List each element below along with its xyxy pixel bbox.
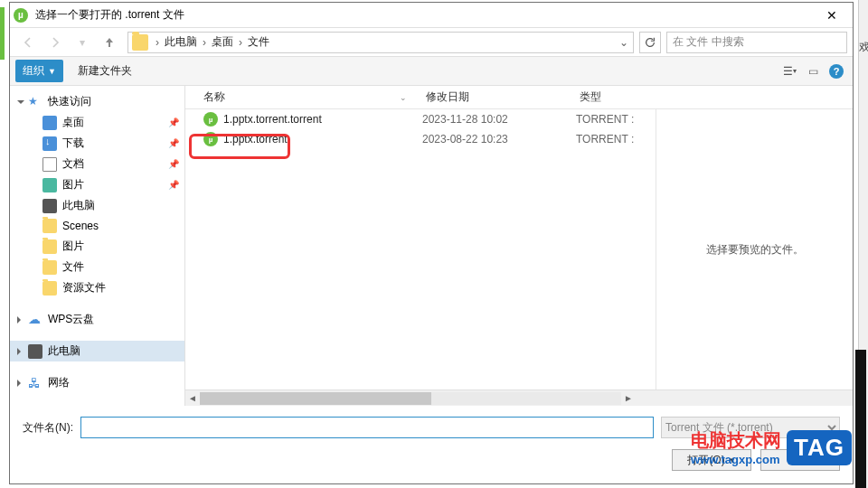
scroll-thumb[interactable]: [200, 392, 431, 405]
breadcrumb-sep: ›: [235, 36, 246, 49]
sidebar-this-pc[interactable]: 此电脑: [10, 341, 184, 361]
file-open-dialog: µ 选择一个要打开的 .torrent 文件 ✕ ▾ › 此电脑 › 桌面 › …: [9, 2, 854, 484]
preview-pane-button[interactable]: ▭: [802, 61, 824, 82]
file-date: 2023-08-22 10:23: [422, 133, 576, 145]
sidebar: ★快速访问 桌面📌 下载📌 文档📌 图片📌 此电脑 Scenes 图片 文件 资…: [10, 86, 185, 406]
recent-dropdown[interactable]: ▾: [70, 32, 95, 53]
app-edge-accent: [0, 7, 5, 60]
file-row[interactable]: µ 1.pptx.torrent 2023-08-22 10:23 TORREN…: [185, 129, 656, 149]
view-controls: ☰▾ ▭ ?: [778, 61, 847, 82]
star-icon: ★: [28, 95, 42, 109]
breadcrumb-sep: ›: [199, 36, 210, 49]
cloud-icon: ☁: [28, 313, 42, 327]
scroll-track[interactable]: [200, 392, 621, 405]
organize-button[interactable]: 组织▼: [15, 60, 63, 82]
desktop-icon: [42, 116, 57, 130]
watermark-badge: TAG: [787, 430, 852, 465]
file-row[interactable]: µ 1.pptx.torrent.torrent 2023-11-28 10:0…: [185, 109, 656, 129]
chevron-down-icon: ▼: [48, 67, 56, 76]
breadcrumb-root[interactable]: 此电脑: [163, 34, 199, 50]
breadcrumb-sep: ›: [152, 36, 163, 49]
sidebar-network[interactable]: 🖧网络: [10, 372, 184, 393]
sidebar-item-thispc-quick[interactable]: 此电脑: [10, 195, 184, 216]
file-name: 1.pptx.torrent: [223, 133, 422, 145]
sort-indicator: ⌄: [400, 93, 407, 102]
close-button[interactable]: ✕: [815, 3, 849, 27]
view-icons-button[interactable]: ☰▾: [778, 61, 800, 82]
sidebar-quick-access[interactable]: ★快速访问: [10, 91, 184, 112]
breadcrumb-leaf[interactable]: 文件: [246, 34, 271, 50]
preview-pane: 选择要预览的文件。: [656, 109, 853, 389]
torrent-file-icon: µ: [203, 112, 218, 127]
address-bar[interactable]: › 此电脑 › 桌面 › 文件 ⌄: [127, 32, 634, 53]
network-icon: 🖧: [28, 376, 42, 390]
sidebar-wps-cloud[interactable]: ☁WPS云盘: [10, 309, 184, 330]
forward-button[interactable]: [42, 32, 68, 53]
search-placeholder: 在 文件 中搜索: [673, 34, 744, 50]
folder-icon: [42, 239, 57, 254]
picture-icon: [42, 178, 57, 192]
file-date: 2023-11-28 10:02: [422, 113, 576, 126]
horizontal-scrollbar[interactable]: ◄ ►: [185, 389, 853, 406]
folder-icon: [42, 260, 57, 275]
filename-label: 文件名(N):: [23, 420, 73, 436]
refresh-button[interactable]: [639, 32, 661, 53]
preview-empty-text: 选择要预览的文件。: [706, 242, 804, 258]
column-date[interactable]: 修改日期: [417, 86, 571, 108]
file-type: TORRENT :: [576, 133, 634, 145]
sidebar-item-downloads[interactable]: 下载📌: [10, 133, 184, 154]
sidebar-item-desktop[interactable]: 桌面📌: [10, 112, 184, 133]
help-button[interactable]: ?: [826, 61, 847, 82]
sidebar-item-pictures2[interactable]: 图片: [10, 236, 184, 257]
file-rows: µ 1.pptx.torrent.torrent 2023-11-28 10:0…: [185, 109, 656, 389]
navbar: ▾ › 此电脑 › 桌面 › 文件 ⌄ 在 文件 中搜索: [10, 28, 853, 57]
file-name: 1.pptx.torrent.torrent: [223, 113, 422, 126]
watermark: 电脑技术网 www.tagxp.com TAG: [691, 428, 852, 466]
window-title: 选择一个要打开的 .torrent 文件: [35, 7, 815, 23]
torrent-file-icon: µ: [203, 132, 218, 146]
sidebar-item-pictures[interactable]: 图片📌: [10, 174, 184, 195]
folder-icon: [132, 34, 148, 51]
scroll-right-icon[interactable]: ►: [621, 393, 636, 403]
sidebar-item-documents[interactable]: 文档📌: [10, 154, 184, 174]
folder-icon: [42, 281, 57, 296]
sidebar-item-files[interactable]: 文件: [10, 257, 184, 277]
file-type: TORRENT :: [576, 113, 634, 126]
titlebar: µ 选择一个要打开的 .torrent 文件 ✕: [10, 3, 853, 28]
toolbar: 组织▼ 新建文件夹 ☰▾ ▭ ?: [10, 57, 853, 86]
download-icon: [42, 136, 57, 151]
pin-icon: 📌: [168, 159, 179, 169]
main-pane: 名称⌄ 修改日期 类型 µ 1.pptx.torrent.torrent 202…: [185, 86, 853, 406]
pin-icon: 📌: [168, 138, 179, 148]
column-name[interactable]: 名称⌄: [185, 86, 417, 108]
sidebar-item-resources[interactable]: 资源文件: [10, 277, 184, 298]
dialog-body: ★快速访问 桌面📌 下载📌 文档📌 图片📌 此电脑 Scenes 图片 文件 资…: [10, 86, 853, 406]
breadcrumb-mid[interactable]: 桌面: [210, 34, 235, 50]
search-input[interactable]: 在 文件 中搜索: [666, 32, 847, 53]
column-headers: 名称⌄ 修改日期 类型: [185, 86, 853, 109]
column-type[interactable]: 类型: [571, 86, 652, 108]
document-icon: [42, 157, 57, 172]
sidebar-item-scenes[interactable]: Scenes: [10, 216, 184, 236]
pin-icon: 📌: [168, 117, 179, 127]
up-button[interactable]: [97, 32, 122, 53]
watermark-cn: 电脑技术网: [691, 428, 781, 453]
watermark-url: www.tagxp.com: [691, 453, 781, 466]
background-dark-edge: [855, 350, 866, 488]
utorrent-icon: µ: [14, 8, 28, 23]
back-button[interactable]: [15, 32, 41, 53]
new-folder-button[interactable]: 新建文件夹: [72, 60, 137, 82]
address-dropdown[interactable]: ⌄: [615, 36, 633, 49]
file-list: µ 1.pptx.torrent.torrent 2023-11-28 10:0…: [185, 109, 853, 389]
pc-icon: [42, 199, 57, 213]
pc-icon: [28, 344, 42, 359]
scroll-left-icon[interactable]: ◄: [185, 393, 200, 403]
filename-input[interactable]: [80, 417, 654, 438]
pin-icon: 📌: [168, 180, 179, 190]
folder-icon: [42, 219, 57, 233]
